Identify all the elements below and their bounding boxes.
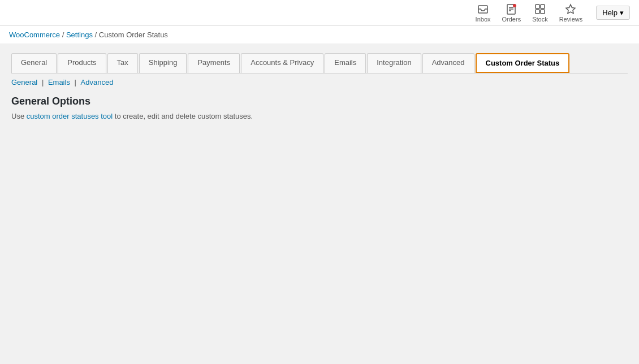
section-title: General Options (11, 96, 628, 107)
tab-integration[interactable]: Integration (367, 53, 421, 73)
breadcrumb-woocommerce[interactable]: WooCommerce (9, 31, 60, 39)
tab-accounts-privacy[interactable]: Accounts & Privacy (241, 53, 323, 73)
subnav-advanced[interactable]: Advanced (81, 78, 114, 86)
help-button[interactable]: Help ▾ (596, 6, 630, 20)
breadcrumb: WooCommerce / Settings / Custom Order St… (0, 26, 639, 44)
top-bar: Inbox Orders Stock R (0, 0, 639, 26)
orders-label: Orders (502, 16, 521, 23)
subnav-general[interactable]: General (11, 78, 37, 86)
tab-products[interactable]: Products (58, 53, 106, 73)
svg-rect-9 (541, 10, 545, 14)
reviews-icon-item[interactable]: Reviews (559, 3, 583, 23)
subnav-emails[interactable]: Emails (48, 78, 70, 86)
inbox-label: Inbox (476, 16, 491, 23)
main-content: GeneralProductsTaxShippingPaymentsAccoun… (0, 44, 639, 138)
sub-nav: General | Emails | Advanced (11, 73, 628, 89)
tab-custom-order-status[interactable]: Custom Order Status (476, 53, 570, 73)
section-desc: Use custom order statuses tool to create… (11, 112, 628, 120)
orders-icon (506, 3, 517, 15)
svg-rect-7 (541, 5, 545, 8)
breadcrumb-current: Custom Order Status (99, 31, 168, 39)
stock-icon-item[interactable]: Stock (532, 3, 548, 23)
reviews-icon (565, 3, 576, 15)
inbox-icon (477, 3, 489, 15)
tabs-nav: GeneralProductsTaxShippingPaymentsAccoun… (11, 53, 628, 73)
top-bar-icons: Inbox Orders Stock R (476, 3, 583, 23)
chevron-down-icon: ▾ (620, 8, 624, 17)
breadcrumb-sep2: / (95, 31, 99, 39)
breadcrumb-settings[interactable]: Settings (66, 31, 93, 39)
stock-label: Stock (532, 16, 548, 23)
reviews-label: Reviews (559, 16, 583, 23)
svg-rect-8 (536, 10, 539, 14)
svg-point-5 (513, 4, 516, 7)
tab-shipping[interactable]: Shipping (139, 53, 187, 73)
inbox-icon-item[interactable]: Inbox (476, 3, 491, 23)
breadcrumb-sep1: / (62, 31, 66, 39)
tab-general[interactable]: General (11, 53, 57, 73)
svg-marker-10 (566, 5, 575, 14)
tab-emails[interactable]: Emails (325, 53, 366, 73)
tab-payments[interactable]: Payments (188, 53, 240, 73)
tab-advanced[interactable]: Advanced (422, 53, 474, 73)
orders-icon-item[interactable]: Orders (502, 3, 521, 23)
custom-order-statuses-tool-link[interactable]: custom order statuses tool (27, 112, 113, 120)
svg-rect-6 (536, 5, 539, 8)
tab-tax[interactable]: Tax (107, 53, 138, 73)
stock-icon (534, 3, 546, 15)
